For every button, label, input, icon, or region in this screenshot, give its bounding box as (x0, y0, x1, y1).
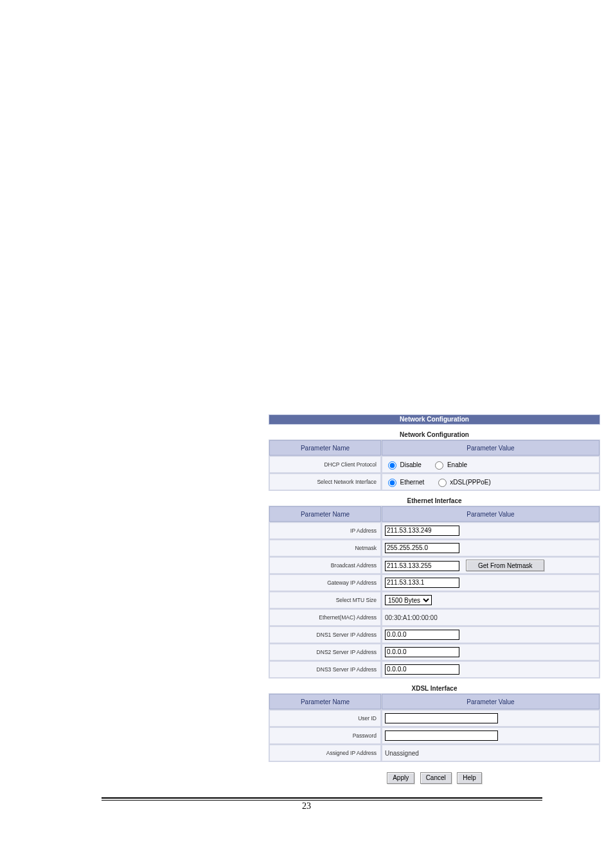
mtu-label: Select MTU Size (269, 592, 381, 608)
row-dhcp-client-protocol: DHCP Client Protocol Disable Enable (269, 456, 600, 473)
col-parameter-name: Parameter Name (269, 506, 381, 522)
row-dns2: DNS2 Server IP Address (269, 644, 600, 660)
user-id-input[interactable] (385, 713, 498, 723)
get-from-netmask-button[interactable]: Get From Netmask (466, 560, 544, 571)
row-netmask: Netmask (269, 540, 600, 556)
apply-button[interactable]: Apply (387, 772, 414, 784)
table-header-row: Parameter Name Parameter Value (269, 694, 600, 709)
table-header-row: Parameter Name Parameter Value (269, 440, 600, 456)
dhcp-enable-label: Enable (447, 461, 467, 468)
assigned-ip-value: Unassigned (385, 750, 419, 757)
ethernet-table: Parameter Name Parameter Value IP Addres… (269, 506, 600, 678)
cancel-button[interactable]: Cancel (420, 772, 452, 784)
ethernet-heading: Ethernet Interface (269, 497, 600, 504)
select-if-label: Select Network Interface (269, 474, 381, 490)
row-gateway: Gateway IP Address (269, 574, 600, 591)
password-input[interactable] (385, 731, 498, 741)
network-config-panel: Network Configuration Network Configurat… (269, 414, 600, 784)
netmask-label: Netmask (269, 540, 381, 556)
button-row: Apply Cancel Help (269, 771, 600, 784)
network-config-heading: Network Configuration (269, 431, 600, 438)
gateway-label: Gateway IP Address (269, 574, 381, 591)
dns3-label: DNS3 Server IP Address (269, 661, 381, 678)
dhcp-label: DHCP Client Protocol (269, 456, 381, 473)
broadcast-label: Broadcast Address (269, 557, 381, 574)
dns2-label: DNS2 Server IP Address (269, 644, 381, 660)
col-parameter-value: Parameter Value (382, 694, 600, 709)
ip-input[interactable] (385, 526, 459, 536)
dns1-input[interactable] (385, 630, 459, 640)
user-id-label: User ID (269, 710, 381, 727)
xdsl-radio[interactable] (438, 479, 447, 487)
row-broadcast: Broadcast Address Get From Netmask (269, 557, 600, 574)
col-parameter-name: Parameter Name (269, 694, 381, 709)
page-number: 23 (0, 801, 613, 811)
row-mtu: Select MTU Size 1500 Bytes (269, 592, 600, 608)
banner-title: Network Configuration (269, 414, 600, 425)
dns2-input[interactable] (385, 647, 459, 657)
netmask-input[interactable] (385, 543, 459, 553)
table-header-row: Parameter Name Parameter Value (269, 506, 600, 522)
xdsl-radio-label: xDSL(PPPoE) (450, 479, 490, 486)
network-config-table: Parameter Name Parameter Value DHCP Clie… (269, 439, 600, 491)
row-mac: Ethernet(MAC) Address 00:30:A1:00:00:00 (269, 609, 600, 626)
row-ip-address: IP Address (269, 522, 600, 539)
help-button[interactable]: Help (457, 772, 482, 784)
ethernet-radio[interactable] (388, 479, 396, 487)
broadcast-input[interactable] (385, 561, 459, 571)
row-dns3: DNS3 Server IP Address (269, 661, 600, 678)
row-password: Password (269, 727, 600, 744)
mac-value: 00:30:A1:00:00:00 (385, 614, 438, 621)
col-parameter-value: Parameter Value (382, 506, 600, 522)
row-dns1: DNS1 Server IP Address (269, 626, 600, 643)
ip-label: IP Address (269, 522, 381, 539)
mac-label: Ethernet(MAC) Address (269, 609, 381, 626)
col-parameter-name: Parameter Name (269, 440, 381, 456)
dhcp-disable-radio[interactable] (388, 461, 396, 470)
select-if-value-cell: Ethernet xDSL(PPPoE) (382, 474, 600, 490)
col-parameter-value: Parameter Value (382, 440, 600, 456)
mtu-select[interactable]: 1500 Bytes (385, 595, 432, 605)
xdsl-heading: XDSL Interface (269, 685, 600, 692)
dns3-input[interactable] (385, 664, 459, 675)
assigned-ip-label: Assigned IP Address (269, 745, 381, 761)
footer-rule (102, 797, 542, 801)
dhcp-value-cell: Disable Enable (382, 456, 600, 473)
ethernet-radio-label: Ethernet (400, 479, 425, 486)
dns1-label: DNS1 Server IP Address (269, 626, 381, 643)
gateway-input[interactable] (385, 578, 459, 588)
dhcp-disable-label: Disable (400, 461, 422, 468)
password-label: Password (269, 727, 381, 744)
row-select-network-interface: Select Network Interface Ethernet xDSL(P… (269, 474, 600, 490)
row-user-id: User ID (269, 710, 600, 727)
xdsl-table: Parameter Name Parameter Value User ID P… (269, 693, 600, 762)
row-assigned-ip: Assigned IP Address Unassigned (269, 745, 600, 761)
page: Network Configuration Network Configurat… (0, 0, 613, 868)
dhcp-enable-radio[interactable] (435, 461, 443, 470)
